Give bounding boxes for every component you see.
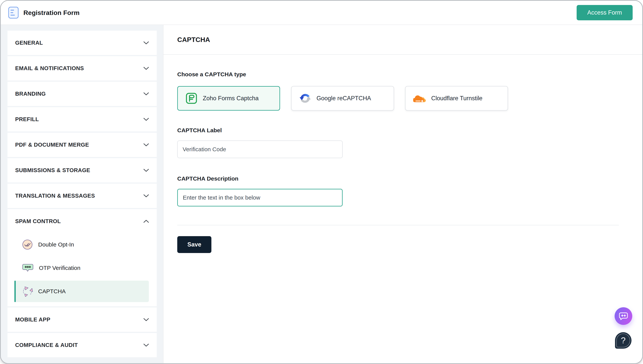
sidebar-section-pdf-document-merge[interactable]: PDF & DOCUMENT MERGE bbox=[8, 133, 157, 157]
sidebar-item-label: OTP Verification bbox=[39, 265, 80, 271]
chevron-down-icon bbox=[143, 92, 149, 96]
section-label: SUBMISSIONS & STORAGE bbox=[15, 167, 90, 174]
captcha-description-field-label: CAPTCHA Description bbox=[177, 176, 619, 182]
ai-chat-button[interactable] bbox=[615, 307, 632, 325]
captcha-shield-icon bbox=[22, 286, 33, 297]
chevron-up-icon bbox=[143, 220, 149, 223]
chevron-down-icon bbox=[143, 67, 149, 70]
page-title: CAPTCHA bbox=[177, 36, 210, 44]
chevron-down-icon bbox=[143, 169, 149, 172]
chevron-down-icon bbox=[143, 118, 149, 121]
section-divider bbox=[177, 225, 619, 226]
app-window: Registration Form Access Form GENERAL EM… bbox=[0, 0, 643, 364]
double-optin-icon bbox=[22, 239, 33, 250]
chevron-down-icon bbox=[143, 318, 149, 321]
chevron-down-icon bbox=[143, 143, 149, 146]
sidebar-section-email-notifications[interactable]: EMAIL & NOTIFICATIONS bbox=[8, 56, 157, 80]
captcha-settings-content: Choose a CAPTCHA type Zoho Forms Captcha bbox=[163, 55, 642, 253]
sidebar-section-prefill[interactable]: PREFILL bbox=[8, 107, 157, 132]
google-recaptcha-icon bbox=[299, 92, 311, 104]
chevron-down-icon bbox=[143, 194, 149, 198]
sidebar-item-double-opt-in[interactable]: Double Opt-In bbox=[15, 234, 149, 255]
section-label: BRANDING bbox=[15, 91, 46, 97]
sidebar-section-spam-control: SPAM CONTROL Double Opt-In bbox=[8, 209, 157, 306]
choose-captcha-type-label: Choose a CAPTCHA type bbox=[177, 71, 619, 78]
sidebar-section-translation-messages[interactable]: TRANSLATION & MESSAGES bbox=[8, 184, 157, 208]
sidebar-item-label: CAPTCHA bbox=[38, 288, 66, 294]
sidebar-section-branding[interactable]: BRANDING bbox=[8, 82, 157, 106]
chevron-down-icon bbox=[143, 41, 149, 44]
sidebar-item-label: Double Opt-In bbox=[38, 241, 74, 248]
captcha-type-label: Cloudflare Turnstile bbox=[431, 95, 482, 102]
zoho-forms-icon bbox=[185, 92, 197, 104]
page-body: GENERAL EMAIL & NOTIFICATIONS BRANDING P… bbox=[1, 25, 642, 364]
captcha-label-input[interactable] bbox=[177, 140, 343, 158]
spam-control-items: Double Opt-In bbox=[8, 234, 157, 302]
top-header: Registration Form Access Form bbox=[1, 1, 642, 25]
captcha-description-input[interactable] bbox=[177, 189, 343, 206]
section-label: PDF & DOCUMENT MERGE bbox=[15, 142, 89, 148]
sidebar-section-submissions-storage[interactable]: SUBMISSIONS & STORAGE bbox=[8, 158, 157, 182]
section-label: TRANSLATION & MESSAGES bbox=[15, 193, 95, 199]
sidebar-item-otp-verification[interactable]: OTP Verification bbox=[15, 257, 149, 279]
save-button[interactable]: Save bbox=[177, 236, 211, 253]
captcha-type-google-recaptcha[interactable]: Google reCAPTCHA bbox=[291, 86, 394, 110]
captcha-type-cloudflare-turnstile[interactable]: Cloudflare Turnstile bbox=[405, 86, 508, 110]
section-label: COMPLIANCE & AUDIT bbox=[15, 342, 78, 348]
sidebar-section-compliance-audit[interactable]: COMPLIANCE & AUDIT bbox=[8, 333, 157, 357]
captcha-type-zoho-forms[interactable]: Zoho Forms Captcha bbox=[177, 86, 280, 110]
form-document-icon bbox=[8, 6, 19, 19]
sidebar-item-captcha[interactable]: CAPTCHA bbox=[15, 280, 149, 302]
access-form-button[interactable]: Access Form bbox=[577, 5, 633, 20]
chat-sparkles-icon bbox=[618, 311, 628, 321]
help-button[interactable]: ? bbox=[615, 332, 631, 349]
section-label: GENERAL bbox=[15, 40, 43, 46]
spam-control-header[interactable]: SPAM CONTROL bbox=[8, 209, 157, 234]
selected-item-indicator bbox=[15, 280, 16, 302]
main-panel: CAPTCHA Choose a CAPTCHA type bbox=[163, 25, 642, 364]
chevron-down-icon bbox=[143, 344, 149, 347]
section-label: MOBILE APP bbox=[15, 316, 50, 323]
question-mark-icon: ? bbox=[621, 336, 625, 345]
captcha-type-label: Zoho Forms Captcha bbox=[203, 95, 259, 102]
captcha-type-options: Zoho Forms Captcha Googl bbox=[177, 86, 619, 110]
section-label: PREFILL bbox=[15, 116, 39, 122]
section-label: SPAM CONTROL bbox=[15, 218, 61, 224]
section-label: EMAIL & NOTIFICATIONS bbox=[15, 65, 84, 72]
cloudflare-icon bbox=[413, 94, 426, 103]
otp-verification-icon bbox=[22, 264, 34, 272]
captcha-label-field-label: CAPTCHA Label bbox=[177, 127, 619, 134]
form-title: Registration Form bbox=[24, 9, 80, 16]
sidebar-section-general[interactable]: GENERAL bbox=[8, 31, 157, 55]
settings-sidebar: GENERAL EMAIL & NOTIFICATIONS BRANDING P… bbox=[1, 25, 163, 364]
main-header: CAPTCHA bbox=[163, 25, 642, 55]
captcha-type-label: Google reCAPTCHA bbox=[316, 95, 371, 102]
sidebar-section-mobile-app[interactable]: MOBILE APP bbox=[8, 308, 157, 332]
